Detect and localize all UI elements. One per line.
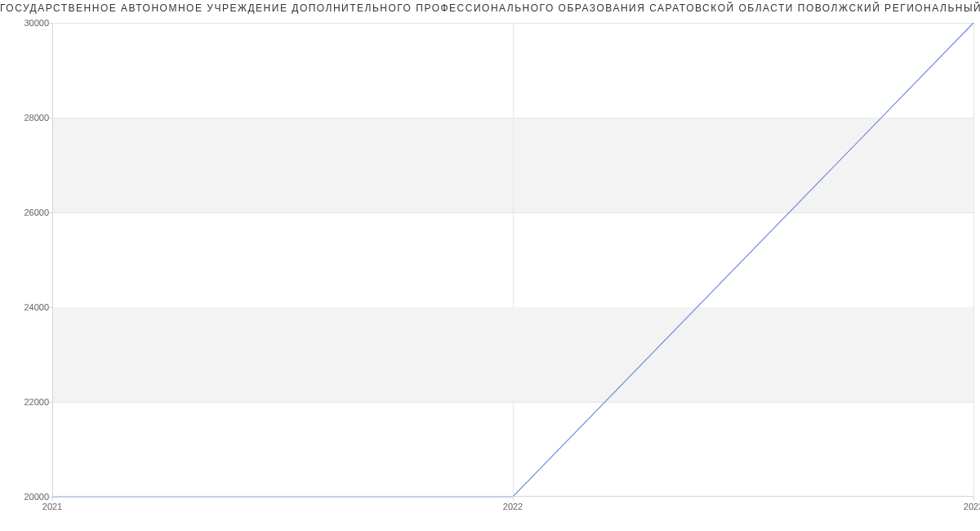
y-tick-label: 20000: [8, 492, 49, 502]
plot-area: [52, 23, 973, 497]
x-tick-label: 2022: [503, 502, 523, 511]
y-tick-label: 22000: [8, 397, 49, 407]
tick-mark-x: [513, 497, 514, 501]
chart-container: ГОСУДАРСТВЕННОЕ АВТОНОМНОЕ УЧРЕЖДЕНИЕ ДО…: [0, 0, 980, 531]
chart-title: ГОСУДАРСТВЕННОЕ АВТОНОМНОЕ УЧРЕЖДЕНИЕ ДО…: [0, 0, 980, 16]
y-tick-label: 24000: [8, 302, 49, 312]
x-tick-label: 2023: [964, 502, 980, 511]
line-layer: [52, 23, 973, 497]
tick-mark-x: [52, 497, 53, 501]
gridline-x: [973, 23, 974, 497]
y-tick-label: 30000: [8, 18, 49, 28]
series-line: [52, 23, 973, 497]
y-tick-label: 26000: [8, 207, 49, 217]
y-tick-label: 28000: [8, 113, 49, 123]
y-axis: [52, 23, 53, 497]
tick-mark-x: [973, 497, 974, 501]
x-tick-label: 2021: [42, 502, 62, 511]
